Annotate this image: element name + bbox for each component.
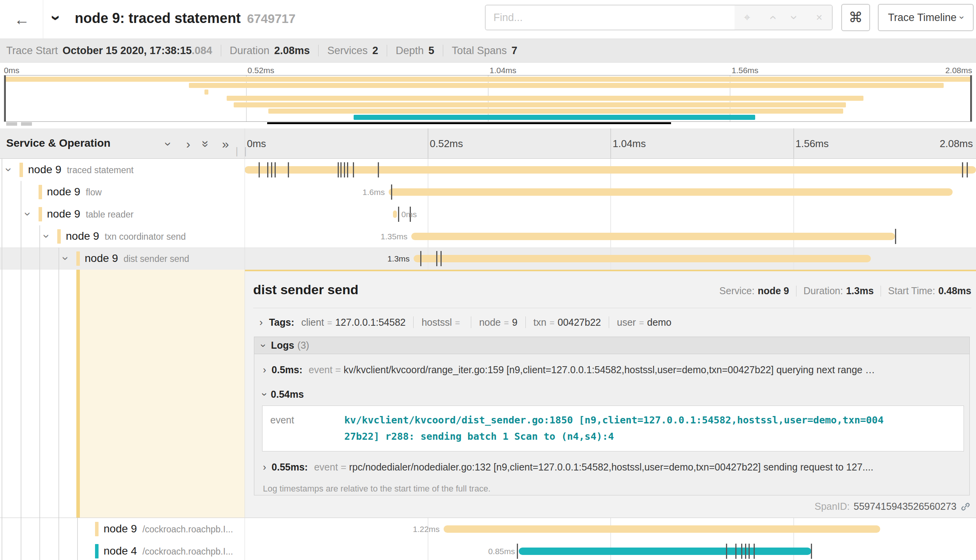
span-bar[interactable] (519, 548, 811, 555)
detail-start-label: Start Time: (888, 285, 935, 297)
trace-minimap: 0ms0.52ms1.04ms1.56ms2.08ms (0, 63, 976, 128)
log-tick (811, 544, 812, 559)
log-row[interactable]: ›0.5ms:event=kv/kvclient/kvcoord/range_i… (254, 364, 969, 376)
stat-value: 2 (372, 45, 378, 56)
expand-chevron-icon[interactable]: › (3, 168, 15, 172)
span-duration-label: 1.22ms (413, 525, 440, 534)
span-bar[interactable] (444, 525, 880, 533)
span-row[interactable]: ›node 9traced statement (0, 159, 245, 181)
span-row[interactable]: ›node 9txn coordinator send (0, 225, 245, 248)
minimap-handle[interactable] (6, 122, 17, 126)
expanded-log-header[interactable]: ›0.54ms (254, 389, 969, 400)
find-controls: ⌖ › › × (735, 5, 832, 30)
span-color-bar (95, 522, 99, 536)
span-row-timeline[interactable]: 0.85ms (245, 540, 976, 560)
stat-item: Trace StartOctober 15 2020, 17:38:15.084 (6, 45, 212, 57)
chevron-down-icon: › (260, 393, 270, 396)
trace-collapse-chevron-icon[interactable]: › (48, 15, 65, 21)
indent-guide (2, 225, 2, 248)
log-tick (735, 544, 736, 559)
span-bar[interactable] (245, 166, 976, 174)
span-row[interactable]: node 4/cockroach.roachpb.I... (0, 540, 245, 560)
indent-guide (39, 540, 40, 560)
collapse-all-icon[interactable]: » (200, 140, 212, 147)
keyboard-shortcuts-button[interactable]: ⌘ (841, 4, 870, 31)
span-row-timeline[interactable]: 0ms (245, 203, 976, 225)
minimap-viewport-line[interactable] (267, 122, 671, 124)
span-bar[interactable] (414, 255, 871, 262)
clear-search-icon[interactable]: × (816, 11, 822, 24)
span-row-timeline[interactable]: 1.6ms (245, 181, 976, 203)
log-timestamp: 0.5ms: (271, 364, 302, 375)
span-row-timeline[interactable]: 1.35ms (245, 225, 976, 248)
tag-item[interactable]: client=127.0.0.1:54582 (301, 317, 406, 328)
span-row-timeline[interactable]: 1.22ms (245, 518, 976, 540)
stat-value: 2.08ms (274, 45, 310, 56)
chevron-right-icon: › (263, 462, 266, 472)
find-input[interactable] (486, 5, 735, 30)
find-box: ⌖ › › × (485, 5, 833, 30)
stat-separator (443, 45, 443, 56)
detail-start-value: 0.48ms (938, 285, 971, 297)
span-row-labels: node 9dist sender send (85, 252, 189, 265)
trace-timeline-label: Trace Timeline (888, 12, 957, 24)
equals-sign: = (455, 318, 460, 328)
span-service-name: node 9 (47, 186, 81, 198)
span-row-timeline[interactable] (245, 159, 976, 181)
detail-duration-label: Duration: (803, 285, 843, 297)
span-link-icon[interactable] (960, 502, 971, 512)
minimap-axis-label: 2.08ms (945, 66, 972, 75)
tags-row[interactable]: › Tags: client=127.0.0.1:54582hostssl=no… (259, 316, 671, 328)
stat-item: Duration2.08ms (230, 45, 310, 57)
collapse-one-icon[interactable]: › (162, 142, 175, 146)
expand-chevron-icon[interactable]: › (22, 212, 34, 216)
log-timestamp: 0.55ms: (271, 462, 308, 472)
locate-icon[interactable]: ⌖ (744, 11, 750, 24)
tag-item[interactable]: node=9 (479, 317, 517, 328)
tag-item[interactable]: hostssl= (421, 317, 463, 328)
expand-chevron-icon[interactable]: › (41, 234, 53, 238)
tag-separator (471, 316, 471, 328)
span-bar[interactable] (411, 233, 895, 240)
timeline-tick-label: 0ms (247, 138, 266, 150)
span-detail-title: dist sender send (253, 282, 358, 297)
minimap-right-edge-handle[interactable] (970, 75, 972, 121)
logs-footer-note: Log timestamps are relative to the start… (254, 484, 969, 494)
logs-header[interactable]: › Logs (3) (254, 337, 969, 354)
span-operation-name: txn coordinator send (105, 232, 186, 242)
detail-duration-value: 1.3ms (846, 285, 874, 297)
span-row[interactable]: ›node 9table reader (0, 203, 245, 225)
span-bar[interactable] (393, 211, 396, 218)
next-result-icon[interactable]: › (788, 15, 802, 19)
span-row-labels: node 9traced statement (28, 163, 134, 176)
expand-all-icon[interactable]: » (222, 138, 229, 150)
log-tick (275, 162, 276, 177)
minimap-handle[interactable] (21, 122, 32, 126)
tag-key: user (617, 317, 636, 328)
expand-one-icon[interactable]: › (186, 138, 190, 150)
column-divider[interactable] (245, 128, 245, 560)
span-service-name: node 9 (66, 230, 99, 242)
tag-item[interactable]: txn=00427b22 (534, 317, 601, 328)
detail-service-label: Service: (719, 285, 754, 297)
log-row[interactable]: ›0.55ms:event=rpc/nodedialer/nodedialer.… (254, 462, 969, 473)
chevron-right-icon: › (259, 317, 263, 327)
span-row[interactable]: ›node 9dist sender send (0, 248, 245, 270)
tags-items: client=127.0.0.1:54582hostssl=node=9txn=… (301, 316, 672, 328)
span-color-bar (95, 544, 99, 558)
span-row-timeline[interactable]: 1.3ms (245, 248, 976, 270)
expand-chevron-icon[interactable]: › (60, 256, 72, 260)
span-bar[interactable] (389, 188, 953, 196)
minimap-left-edge-handle[interactable] (4, 75, 6, 121)
span-row[interactable]: node 9flow (0, 181, 245, 203)
prev-result-icon[interactable]: › (765, 15, 778, 19)
back-button[interactable]: ← (10, 10, 33, 29)
minimap-canvas[interactable] (4, 75, 972, 122)
log-tick (271, 162, 272, 177)
trace-timeline-dropdown[interactable]: Trace Timeline › (878, 4, 974, 31)
stat-label: Duration (230, 45, 270, 56)
span-row[interactable]: node 9/cockroach.roachpb.I... (0, 518, 245, 540)
tag-item[interactable]: user=demo (617, 317, 671, 328)
log-tick (398, 207, 399, 222)
span-service-name: node 4 (104, 545, 137, 557)
